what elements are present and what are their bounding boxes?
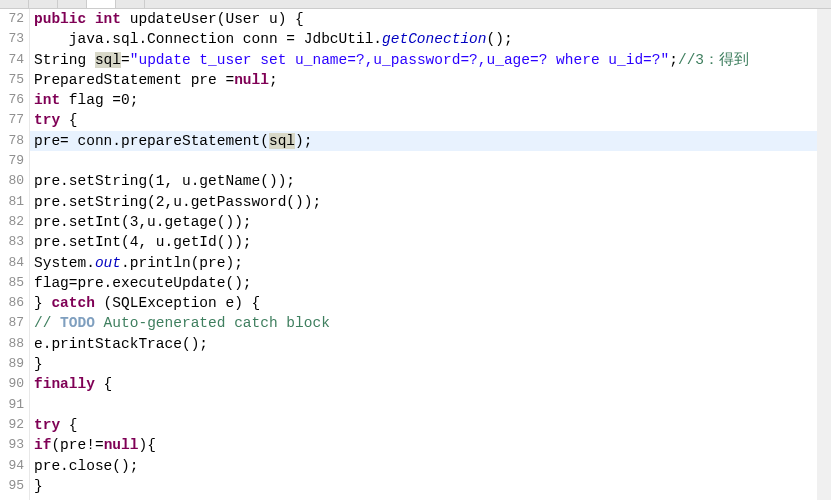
token-p: pre= conn.prepareStatement( (34, 133, 269, 149)
token-var: pre (199, 255, 225, 271)
token-p: ; (669, 52, 678, 68)
code-line[interactable]: System.out.println(pre); (30, 253, 831, 273)
code-line[interactable]: } (30, 354, 831, 374)
code-line[interactable]: if(pre!=null){ (30, 435, 831, 455)
token-p: flag =0; (60, 92, 138, 108)
token-p: { (95, 376, 112, 392)
token-p: pre.setInt(4, u.getId()); (34, 234, 252, 250)
line-number: 94 (0, 456, 24, 476)
line-number: 76 (0, 90, 24, 110)
code-line[interactable]: pre.setInt(4, u.getId()); (30, 232, 831, 252)
line-number: 72 (0, 9, 24, 29)
code-line[interactable]: String sql="update t_user set u_name=?,u… (30, 50, 831, 70)
code-editor[interactable]: 7273747576777879808182838485868788899091… (0, 9, 831, 500)
line-number: 92 (0, 415, 24, 435)
token-kw: if (34, 437, 51, 453)
code-line[interactable]: finally { (30, 374, 831, 394)
token-kw: try (34, 417, 60, 433)
code-line[interactable] (30, 151, 831, 171)
token-kw: int (95, 11, 121, 27)
token-p: ; (269, 72, 278, 88)
code-area[interactable]: public int updateUser(User u) { java.sql… (30, 9, 831, 500)
token-kw: catch (51, 295, 95, 311)
code-line[interactable]: // TODO Auto-generated catch block (30, 313, 831, 333)
code-line[interactable]: public int updateUser(User u) { (30, 9, 831, 29)
token-todo: TODO (60, 315, 95, 331)
line-number: 82 (0, 212, 24, 232)
token-p: { (60, 112, 77, 128)
token-p: = (121, 52, 130, 68)
code-line[interactable] (30, 395, 831, 415)
code-line[interactable]: pre.setString(2,u.getPassword()); (30, 192, 831, 212)
token-str: "update t_user set u_name=?,u_password=?… (130, 52, 670, 68)
line-number: 75 (0, 70, 24, 90)
token-p: ); (295, 133, 312, 149)
tab-4[interactable] (116, 0, 145, 8)
line-number: 95 (0, 476, 24, 496)
token-p: System. (34, 255, 95, 271)
token-p: { (60, 417, 77, 433)
token-p: pre.setString(2,u.getPassword()); (34, 194, 321, 210)
code-line[interactable]: int flag =0; (30, 90, 831, 110)
line-number: 86 (0, 293, 24, 313)
line-number: 73 (0, 29, 24, 49)
token-p: ); (225, 255, 242, 271)
token-p: java.sql.Connection conn = JdbcUtil. (34, 31, 382, 47)
token-kw: finally (34, 376, 95, 392)
line-number: 74 (0, 50, 24, 70)
line-number: 93 (0, 435, 24, 455)
token-kw: public (34, 11, 86, 27)
token-p (86, 11, 95, 27)
token-kw: null (104, 437, 139, 453)
code-line[interactable]: pre.setInt(3,u.getage()); (30, 212, 831, 232)
token-p: pre.setString(1, u.getName()); (34, 173, 295, 189)
token-p: String (34, 52, 95, 68)
token-p: } (34, 356, 43, 372)
code-line[interactable]: flag=pre.executeUpdate(); (30, 273, 831, 293)
line-number: 90 (0, 374, 24, 394)
line-number: 83 (0, 232, 24, 252)
line-number: 80 (0, 171, 24, 191)
line-number: 87 (0, 313, 24, 333)
token-p: pre.setInt(3,u.getage()); (34, 214, 252, 230)
editor-tabs (0, 0, 831, 9)
line-number: 88 (0, 334, 24, 354)
line-number: 77 (0, 110, 24, 130)
token-p: } (34, 295, 51, 311)
line-number: 89 (0, 354, 24, 374)
line-number: 78 (0, 131, 24, 151)
token-p: } (34, 478, 43, 494)
token-hl: sql (95, 52, 121, 68)
code-line[interactable]: try { (30, 110, 831, 130)
line-number: 85 (0, 273, 24, 293)
line-number: 81 (0, 192, 24, 212)
token-p: .println( (121, 255, 199, 271)
code-line[interactable]: try { (30, 415, 831, 435)
token-kw: try (34, 112, 60, 128)
code-line[interactable]: java.sql.Connection conn = JdbcUtil.getC… (30, 29, 831, 49)
code-line[interactable]: pre.setString(1, u.getName()); (30, 171, 831, 191)
token-p: (SQLException e) { (95, 295, 260, 311)
token-kw: int (34, 92, 60, 108)
token-cm: //3：得到 (678, 52, 749, 68)
tab-2[interactable] (58, 0, 87, 8)
token-p: ){ (138, 437, 155, 453)
tab-3[interactable] (87, 0, 116, 8)
line-number: 91 (0, 395, 24, 415)
code-line[interactable]: } catch (SQLException e) { (30, 293, 831, 313)
line-number-gutter: 7273747576777879808182838485868788899091… (0, 9, 30, 500)
token-p: (pre!= (51, 437, 103, 453)
code-line[interactable]: PreparedStatement pre =null; (30, 70, 831, 90)
code-line[interactable]: e.printStackTrace(); (30, 334, 831, 354)
code-line[interactable]: pre= conn.prepareStatement(sql); (30, 131, 831, 151)
code-line[interactable]: pre.close(); (30, 456, 831, 476)
code-line[interactable]: } (30, 476, 831, 496)
tab-0[interactable] (0, 0, 29, 8)
token-hl: sql (269, 133, 295, 149)
line-number: 79 (0, 151, 24, 171)
token-p: e.printStackTrace(); (34, 336, 208, 352)
vertical-scrollbar[interactable] (817, 9, 831, 500)
token-cm: Auto-generated catch block (95, 315, 330, 331)
token-p: flag=pre.executeUpdate(); (34, 275, 252, 291)
tab-1[interactable] (29, 0, 58, 8)
